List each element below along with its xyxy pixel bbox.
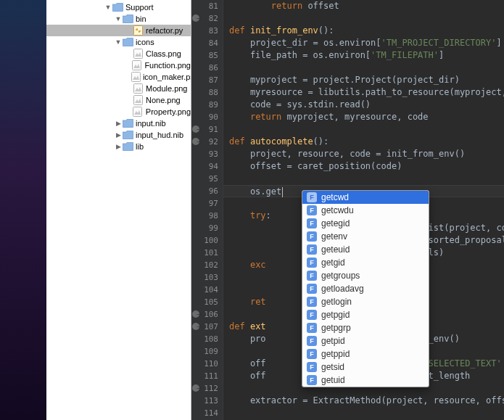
code-line[interactable] xyxy=(223,62,504,74)
autocomplete-item[interactable]: Fgetppid xyxy=(302,347,429,361)
code-line[interactable]: offset = caret_position(code) xyxy=(223,160,504,173)
line-number: 109 xyxy=(191,345,218,358)
chevron-down-icon[interactable]: ▼ xyxy=(115,13,122,25)
code-line[interactable]: def autocomplete(): xyxy=(223,136,504,148)
autocomplete-popup[interactable]: FgetcwdFgetcwduFgetegidFgetenvFgeteuidFg… xyxy=(302,190,429,387)
code-line[interactable]: return myproject, myresource, code xyxy=(223,111,504,123)
function-badge-icon: F xyxy=(307,336,317,346)
tree-item-label: icon_maker.psd xyxy=(143,71,191,83)
autocomplete-item-label: getgroups xyxy=(321,271,360,281)
line-number: 102 xyxy=(191,259,218,271)
line-number: 113 xyxy=(191,395,218,407)
tree-item[interactable]: ▼Function.png xyxy=(46,59,191,71)
autocomplete-item[interactable]: Fgetsid xyxy=(302,361,429,374)
autocomplete-item[interactable]: Fgetloadavg xyxy=(302,282,429,295)
line-number: 88 xyxy=(191,86,218,99)
code-line[interactable] xyxy=(223,12,504,25)
chevron-down-icon[interactable]: ▼ xyxy=(115,36,122,48)
line-number: 99 xyxy=(191,222,218,234)
code-line[interactable]: project_dir = os.environ['TM_PROJECT_DIR… xyxy=(223,37,504,49)
code-area[interactable]: return offsetdef init_from_env(): projec… xyxy=(223,0,504,420)
function-badge-icon: F xyxy=(307,362,317,372)
autocomplete-item[interactable]: Fgetcwdu xyxy=(302,204,429,217)
code-line[interactable] xyxy=(223,407,504,419)
code-line[interactable]: code = sys.stdin.read() xyxy=(223,99,504,111)
tree-item[interactable]: ▶lib xyxy=(46,141,191,152)
line-number: 110 xyxy=(191,358,218,370)
tree-item-label: bin xyxy=(136,13,146,25)
code-line[interactable] xyxy=(223,123,504,136)
fold-marker-icon[interactable] xyxy=(192,323,199,330)
autocomplete-item[interactable]: Fgetgid xyxy=(302,256,429,269)
tree-item[interactable]: ▼refactor.py xyxy=(46,25,191,36)
autocomplete-item[interactable]: Fgetlogin xyxy=(302,295,429,308)
image-icon xyxy=(132,83,144,94)
tree-item[interactable]: ▼Support xyxy=(46,1,191,13)
tree-item[interactable]: ▼Class.png xyxy=(46,48,191,59)
tree-item-label: None.png xyxy=(146,94,181,106)
code-line[interactable]: project, resource, code = init_from_env(… xyxy=(223,148,504,160)
code-editor[interactable]: 8182838485868788899091929394959697989910… xyxy=(191,0,504,420)
fold-marker-icon[interactable] xyxy=(192,138,199,145)
code-line[interactable]: myresource = libutils.path_to_resource(m… xyxy=(223,86,504,99)
chevron-down-icon[interactable]: ▼ xyxy=(104,1,112,13)
code-line[interactable]: return offset xyxy=(223,0,504,12)
tree-item[interactable]: ▼icons xyxy=(46,36,191,48)
autocomplete-item[interactable]: Fgetegid xyxy=(302,217,429,230)
code-line[interactable]: myproject = project.Project(project_dir) xyxy=(223,74,504,86)
code-line[interactable] xyxy=(223,173,504,185)
fold-marker-icon[interactable] xyxy=(192,15,199,22)
autocomplete-item-label: getpgid xyxy=(321,310,350,320)
autocomplete-item[interactable]: Fgetpgrp xyxy=(302,321,429,334)
function-badge-icon: F xyxy=(307,349,317,359)
file-tree[interactable]: ▼Support▼bin▼refactor.py▼icons▼Class.png… xyxy=(46,0,191,152)
code-line[interactable]: file_path = os.environ['TM_FILEPATH'] xyxy=(223,49,504,62)
tree-item[interactable]: ▼None.png xyxy=(46,94,191,106)
chevron-right-icon[interactable]: ▶ xyxy=(115,118,122,129)
chevron-right-icon[interactable]: ▶ xyxy=(115,129,122,141)
tree-item[interactable]: ▼icon_maker.psd xyxy=(46,71,191,83)
svg-rect-9 xyxy=(133,96,142,105)
fold-marker-icon[interactable] xyxy=(192,384,199,392)
autocomplete-item[interactable]: Fgetpid xyxy=(302,334,429,347)
tree-item-label: lib xyxy=(136,141,144,152)
tree-item[interactable]: ▼Property.png xyxy=(46,106,191,118)
line-number: 95 xyxy=(191,173,218,185)
autocomplete-item[interactable]: Fgetgroups xyxy=(302,269,429,282)
text-caret xyxy=(282,187,283,197)
tree-item-label: icons xyxy=(136,36,154,48)
autocomplete-item[interactable]: Fgeteuid xyxy=(302,243,429,256)
desktop-background xyxy=(0,0,46,420)
autocomplete-item[interactable]: Fgetuid xyxy=(302,374,429,387)
tree-item[interactable]: ▶input.nib xyxy=(46,118,191,129)
code-line[interactable]: extractor = ExtractMethod(project, resou… xyxy=(223,395,504,407)
file-tree-sidebar: ▼Support▼bin▼refactor.py▼icons▼Class.png… xyxy=(46,0,191,420)
autocomplete-item-label: geteuid xyxy=(321,244,350,255)
function-badge-icon: F xyxy=(307,375,317,385)
function-badge-icon: F xyxy=(307,192,317,202)
line-number: 83 xyxy=(191,25,218,37)
autocomplete-item-label: getuid xyxy=(321,375,345,385)
svg-rect-11 xyxy=(133,107,142,117)
line-number: 94 xyxy=(191,160,218,173)
autocomplete-item-label: getegid xyxy=(321,218,350,228)
tree-item-label: input_hud.nib xyxy=(136,129,183,141)
line-number: 114 xyxy=(191,407,218,419)
function-badge-icon: F xyxy=(307,271,317,281)
autocomplete-item[interactable]: Fgetpgid xyxy=(302,308,429,321)
autocomplete-item[interactable]: Fgetcwd xyxy=(302,191,429,204)
function-badge-icon: F xyxy=(307,231,317,242)
autocomplete-item-label: getlogin xyxy=(321,297,352,307)
line-number: 86 xyxy=(191,62,218,74)
tree-item[interactable]: ▼bin xyxy=(46,13,191,25)
function-badge-icon: F xyxy=(307,310,317,320)
tree-item[interactable]: ▶input_hud.nib xyxy=(46,129,191,141)
code-line[interactable]: def init_from_env(): xyxy=(223,25,504,37)
line-number: 96 xyxy=(191,185,218,197)
chevron-right-icon[interactable]: ▶ xyxy=(115,141,122,152)
autocomplete-item[interactable]: Fgetenv xyxy=(302,230,429,243)
tree-item[interactable]: ▼Module.png xyxy=(46,83,191,94)
fold-marker-icon[interactable] xyxy=(192,125,199,133)
function-badge-icon: F xyxy=(307,205,317,215)
fold-marker-icon[interactable] xyxy=(192,310,199,318)
